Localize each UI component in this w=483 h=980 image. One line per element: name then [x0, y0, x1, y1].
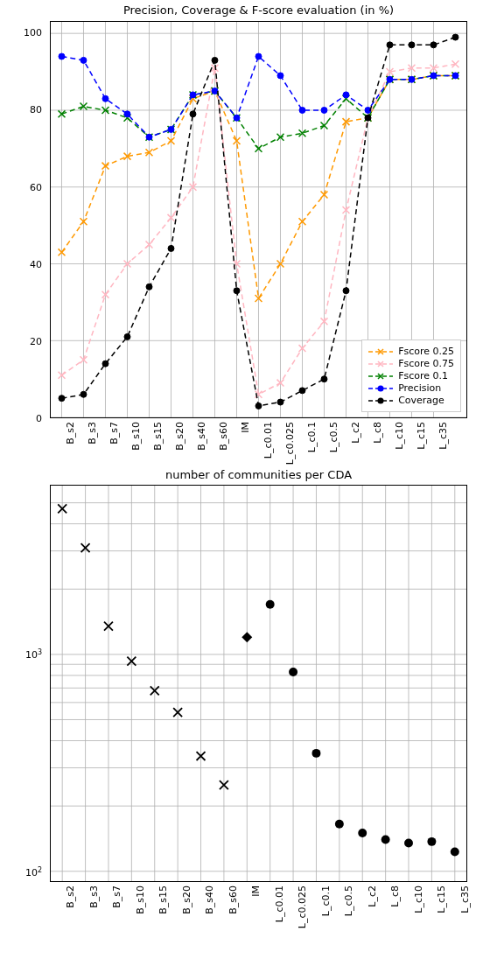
x-tick-label: B_s2 [65, 422, 76, 444]
svg-point-33 [256, 53, 262, 60]
x-tick-label: L_c2 [350, 422, 361, 444]
x-tick-label: L_c35 [438, 422, 449, 450]
svg-point-126 [289, 668, 298, 676]
legend-label: Fscore 0.25 [398, 346, 454, 357]
svg-point-52 [256, 402, 262, 409]
y-axis-ticks-top: 020406080100 [0, 21, 46, 418]
svg-point-61 [452, 34, 458, 40]
svg-point-131 [404, 838, 413, 847]
svg-point-50 [212, 57, 218, 63]
svg-point-26 [102, 95, 108, 102]
svg-point-49 [190, 111, 196, 117]
svg-point-125 [266, 600, 275, 609]
legend-label: Coverage [398, 395, 444, 406]
x-tick-label: IM [250, 886, 262, 897]
y-tick-label: 20 [30, 335, 42, 346]
legend-item: Fscore 0.1 [368, 370, 454, 382]
x-tick-label: B_s40 [196, 422, 207, 451]
svg-point-25 [80, 57, 87, 63]
x-tick-label: B_s10 [130, 422, 142, 451]
svg-point-132 [427, 837, 436, 846]
svg-point-43 [59, 396, 65, 402]
x-axis-ticks-bottom: B_s2B_s3B_s7B_s10B_s15B_s20B_s40B_s60IML… [50, 882, 467, 961]
legend-item: Fscore 0.25 [368, 346, 454, 357]
x-tick-label: B_s3 [88, 886, 100, 908]
x-tick-label: L_c10 [394, 422, 405, 450]
svg-point-30 [190, 92, 196, 98]
x-tick-label: L_c8 [389, 886, 401, 907]
svg-point-56 [343, 288, 349, 294]
svg-point-28 [146, 134, 152, 140]
x-tick-label: L_c15 [416, 422, 427, 450]
x-tick-label: L_c10 [413, 886, 424, 914]
legend-label: Fscore 0.1 [398, 370, 448, 382]
svg-point-59 [409, 42, 415, 48]
svg-point-51 [234, 288, 240, 294]
plot-svg-bottom [51, 486, 466, 881]
x-tick-label: IM [240, 422, 251, 433]
legend: Fscore 0.25Fscore 0.75Fscore 0.1Precisio… [361, 340, 461, 412]
svg-point-35 [299, 107, 305, 113]
svg-point-58 [387, 42, 393, 48]
svg-point-37 [343, 92, 349, 98]
y-tick-label: 100 [24, 27, 42, 38]
svg-point-48 [168, 245, 174, 251]
y-tick-label: 60 [30, 181, 42, 192]
x-tick-label: L_c0.01 [262, 422, 274, 458]
svg-point-40 [409, 76, 415, 82]
svg-point-46 [124, 333, 130, 340]
x-tick-label: B_s60 [218, 422, 229, 451]
y-axis-ticks-bottom: 102103 [0, 485, 46, 882]
svg-point-39 [387, 76, 393, 82]
figure: { "chart_data": [ { "type": "line", "tit… [0, 0, 483, 980]
svg-point-55 [321, 376, 327, 382]
x-tick-label: B_s15 [152, 422, 164, 451]
svg-point-128 [335, 820, 344, 829]
svg-point-34 [277, 73, 284, 79]
y-tick-label: 0 [36, 413, 42, 424]
svg-point-41 [430, 73, 437, 79]
svg-point-36 [321, 107, 327, 113]
svg-point-53 [277, 399, 284, 405]
x-tick-label: B_s3 [87, 422, 98, 444]
chart-title-top: Precision, Coverage & F-score evaluation… [50, 4, 467, 17]
x-tick-label: B_s15 [158, 886, 169, 914]
y-tick-label: 102 [25, 865, 42, 878]
legend-label: Fscore 0.75 [398, 358, 454, 369]
svg-point-24 [59, 53, 65, 60]
svg-point-44 [80, 391, 87, 397]
x-tick-label: L_c0.01 [274, 886, 285, 922]
svg-point-92 [378, 397, 384, 403]
svg-point-129 [358, 829, 367, 837]
x-tick-label: L_c0.5 [328, 422, 340, 452]
x-tick-label: L_c2 [367, 886, 378, 907]
svg-point-32 [234, 115, 240, 121]
chart-panel-bottom [50, 485, 467, 882]
x-tick-label: B_s60 [228, 886, 239, 914]
legend-item: Coverage [368, 395, 454, 406]
x-tick-label: B_s20 [174, 422, 186, 451]
x-tick-label: L_c15 [436, 886, 447, 914]
x-tick-label: L_c0.1 [320, 886, 332, 916]
svg-point-27 [124, 111, 130, 117]
y-tick-label: 80 [30, 104, 42, 116]
legend-label: Precision [398, 382, 441, 394]
svg-point-29 [168, 126, 174, 132]
x-tick-label: B_s20 [181, 886, 192, 914]
svg-point-90 [378, 385, 384, 391]
legend-item: Precision [368, 382, 454, 394]
chart-title-bottom: number of communities per CDA [50, 468, 467, 481]
y-tick-label: 40 [30, 258, 42, 270]
svg-point-54 [299, 388, 305, 394]
svg-point-133 [451, 847, 459, 856]
legend-item: Fscore 0.75 [368, 358, 454, 369]
svg-point-130 [382, 836, 390, 844]
x-tick-label: L_c0.1 [306, 422, 318, 452]
svg-point-60 [430, 42, 437, 48]
x-tick-label: B_s7 [111, 886, 122, 908]
x-tick-label: L_c0.5 [343, 886, 354, 916]
svg-point-31 [212, 88, 218, 94]
x-tick-label: L_c0.025 [284, 422, 296, 465]
x-tick-label: B_s2 [65, 886, 76, 908]
y-tick-label: 103 [25, 648, 42, 661]
